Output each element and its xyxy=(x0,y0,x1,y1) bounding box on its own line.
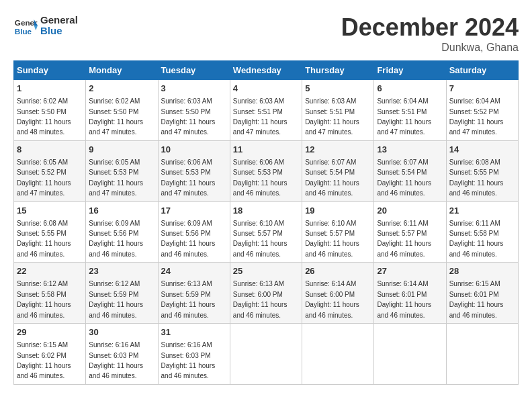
month-title: December 2024 xyxy=(341,13,519,42)
calendar-cell: 20Sunrise: 6:11 AMSunset: 5:57 PMDayligh… xyxy=(374,201,446,263)
calendar-cell: 22Sunrise: 6:12 AMSunset: 5:58 PMDayligh… xyxy=(14,263,86,324)
title-area: December 2024 Dunkwa, Ghana xyxy=(341,13,519,54)
day-number: 19 xyxy=(305,205,371,217)
logo-icon: General Blue xyxy=(13,13,38,38)
day-number: 25 xyxy=(233,265,299,277)
calendar-cell xyxy=(302,324,374,385)
day-number: 4 xyxy=(233,83,299,95)
day-header-friday: Friday xyxy=(374,61,446,80)
day-info: Sunrise: 6:15 AMSunset: 6:02 PMDaylight:… xyxy=(17,341,71,379)
day-number: 26 xyxy=(305,265,371,277)
calendar-cell: 3Sunrise: 6:03 AMSunset: 5:50 PMDaylight… xyxy=(158,80,230,141)
week-row-3: 15Sunrise: 6:08 AMSunset: 5:55 PMDayligh… xyxy=(14,201,519,263)
day-info: Sunrise: 6:04 AMSunset: 5:52 PMDaylight:… xyxy=(449,97,504,136)
day-header-tuesday: Tuesday xyxy=(158,61,230,80)
day-number: 1 xyxy=(17,83,83,95)
day-info: Sunrise: 6:09 AMSunset: 5:56 PMDaylight:… xyxy=(89,220,143,258)
header-row: SundayMondayTuesdayWednesdayThursdayFrid… xyxy=(14,61,519,80)
day-number: 9 xyxy=(89,144,154,156)
day-header-wednesday: Wednesday xyxy=(230,61,302,80)
day-info: Sunrise: 6:04 AMSunset: 5:51 PMDaylight:… xyxy=(377,97,431,136)
day-number: 24 xyxy=(161,265,227,277)
calendar-cell: 10Sunrise: 6:06 AMSunset: 5:53 PMDayligh… xyxy=(158,140,230,201)
day-info: Sunrise: 6:11 AMSunset: 5:58 PMDaylight:… xyxy=(449,220,504,258)
day-number: 29 xyxy=(17,326,83,338)
logo: General Blue General Blue xyxy=(13,13,78,38)
day-info: Sunrise: 6:07 AMSunset: 5:54 PMDaylight:… xyxy=(377,158,431,197)
day-info: Sunrise: 6:05 AMSunset: 5:52 PMDaylight:… xyxy=(17,158,71,197)
calendar-cell: 21Sunrise: 6:11 AMSunset: 5:58 PMDayligh… xyxy=(446,201,518,263)
day-header-monday: Monday xyxy=(86,61,158,80)
calendar-body: 1Sunrise: 6:02 AMSunset: 5:50 PMDaylight… xyxy=(14,80,519,385)
calendar-cell: 4Sunrise: 6:03 AMSunset: 5:51 PMDaylight… xyxy=(230,80,302,141)
location: Dunkwa, Ghana xyxy=(341,42,519,54)
day-info: Sunrise: 6:03 AMSunset: 5:51 PMDaylight:… xyxy=(233,97,287,136)
calendar-cell: 19Sunrise: 6:10 AMSunset: 5:57 PMDayligh… xyxy=(302,201,374,263)
day-number: 31 xyxy=(161,326,227,338)
calendar-cell xyxy=(230,324,302,385)
day-number: 11 xyxy=(233,144,299,156)
day-number: 22 xyxy=(17,265,83,277)
calendar-cell: 5Sunrise: 6:03 AMSunset: 5:51 PMDaylight… xyxy=(302,80,374,141)
calendar-table: SundayMondayTuesdayWednesdayThursdayFrid… xyxy=(13,60,519,385)
calendar-cell: 1Sunrise: 6:02 AMSunset: 5:50 PMDaylight… xyxy=(14,80,86,141)
day-number: 15 xyxy=(17,205,83,217)
calendar-cell: 12Sunrise: 6:07 AMSunset: 5:54 PMDayligh… xyxy=(302,140,374,201)
day-info: Sunrise: 6:14 AMSunset: 6:00 PMDaylight:… xyxy=(305,280,359,318)
day-number: 17 xyxy=(161,205,227,217)
svg-text:Blue: Blue xyxy=(15,27,32,36)
calendar-cell: 9Sunrise: 6:05 AMSunset: 5:53 PMDaylight… xyxy=(86,140,158,201)
day-number: 21 xyxy=(449,205,515,217)
calendar-cell: 31Sunrise: 6:16 AMSunset: 6:03 PMDayligh… xyxy=(158,324,230,385)
day-number: 14 xyxy=(449,144,515,156)
day-info: Sunrise: 6:14 AMSunset: 6:01 PMDaylight:… xyxy=(377,280,431,318)
day-number: 2 xyxy=(89,83,154,95)
day-number: 23 xyxy=(89,265,154,277)
week-row-1: 1Sunrise: 6:02 AMSunset: 5:50 PMDaylight… xyxy=(14,80,519,141)
day-info: Sunrise: 6:07 AMSunset: 5:54 PMDaylight:… xyxy=(305,158,359,197)
calendar-cell: 27Sunrise: 6:14 AMSunset: 6:01 PMDayligh… xyxy=(374,263,446,324)
day-info: Sunrise: 6:06 AMSunset: 5:53 PMDaylight:… xyxy=(161,158,216,197)
day-header-thursday: Thursday xyxy=(302,61,374,80)
day-number: 10 xyxy=(161,144,227,156)
day-number: 5 xyxy=(305,83,371,95)
day-info: Sunrise: 6:11 AMSunset: 5:57 PMDaylight:… xyxy=(377,220,431,258)
day-info: Sunrise: 6:15 AMSunset: 6:01 PMDaylight:… xyxy=(449,280,504,318)
day-info: Sunrise: 6:16 AMSunset: 6:03 PMDaylight:… xyxy=(89,341,143,379)
day-info: Sunrise: 6:13 AMSunset: 5:59 PMDaylight:… xyxy=(161,280,216,318)
calendar-cell: 29Sunrise: 6:15 AMSunset: 6:02 PMDayligh… xyxy=(14,324,86,385)
logo-general: General xyxy=(40,15,78,26)
week-row-4: 22Sunrise: 6:12 AMSunset: 5:58 PMDayligh… xyxy=(14,263,519,324)
calendar-cell: 6Sunrise: 6:04 AMSunset: 5:51 PMDaylight… xyxy=(374,80,446,141)
calendar-cell: 11Sunrise: 6:06 AMSunset: 5:53 PMDayligh… xyxy=(230,140,302,201)
calendar-cell xyxy=(374,324,446,385)
week-row-2: 8Sunrise: 6:05 AMSunset: 5:52 PMDaylight… xyxy=(14,140,519,201)
calendar-cell: 13Sunrise: 6:07 AMSunset: 5:54 PMDayligh… xyxy=(374,140,446,201)
day-number: 28 xyxy=(449,265,515,277)
day-info: Sunrise: 6:10 AMSunset: 5:57 PMDaylight:… xyxy=(233,220,287,258)
day-info: Sunrise: 6:12 AMSunset: 5:58 PMDaylight:… xyxy=(17,280,71,318)
calendar-header: SundayMondayTuesdayWednesdayThursdayFrid… xyxy=(14,61,519,80)
day-info: Sunrise: 6:05 AMSunset: 5:53 PMDaylight:… xyxy=(89,158,143,197)
header: General Blue General Blue December 2024 … xyxy=(13,13,519,54)
calendar-cell: 28Sunrise: 6:15 AMSunset: 6:01 PMDayligh… xyxy=(446,263,518,324)
calendar-cell: 17Sunrise: 6:09 AMSunset: 5:56 PMDayligh… xyxy=(158,201,230,263)
day-number: 6 xyxy=(377,83,443,95)
day-info: Sunrise: 6:13 AMSunset: 6:00 PMDaylight:… xyxy=(233,280,287,318)
day-info: Sunrise: 6:06 AMSunset: 5:53 PMDaylight:… xyxy=(233,158,287,197)
day-info: Sunrise: 6:16 AMSunset: 6:03 PMDaylight:… xyxy=(161,341,216,379)
week-row-5: 29Sunrise: 6:15 AMSunset: 6:02 PMDayligh… xyxy=(14,324,519,385)
day-number: 27 xyxy=(377,265,443,277)
day-info: Sunrise: 6:02 AMSunset: 5:50 PMDaylight:… xyxy=(17,97,71,136)
day-info: Sunrise: 6:12 AMSunset: 5:59 PMDaylight:… xyxy=(89,280,143,318)
day-info: Sunrise: 6:10 AMSunset: 5:57 PMDaylight:… xyxy=(305,220,359,258)
day-number: 20 xyxy=(377,205,443,217)
calendar-cell: 30Sunrise: 6:16 AMSunset: 6:03 PMDayligh… xyxy=(86,324,158,385)
day-number: 8 xyxy=(17,144,83,156)
day-number: 12 xyxy=(305,144,371,156)
logo-blue: Blue xyxy=(40,26,78,37)
day-info: Sunrise: 6:08 AMSunset: 5:55 PMDaylight:… xyxy=(17,220,71,258)
day-header-saturday: Saturday xyxy=(446,61,518,80)
calendar-cell: 23Sunrise: 6:12 AMSunset: 5:59 PMDayligh… xyxy=(86,263,158,324)
day-number: 30 xyxy=(89,326,154,338)
